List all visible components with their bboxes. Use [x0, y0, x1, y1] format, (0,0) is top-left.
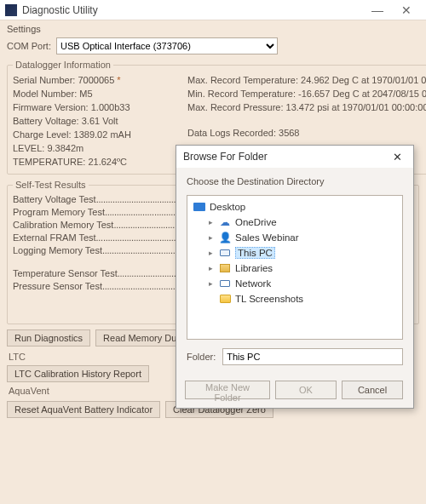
tree-this-pc[interactable]: ▸ This PC	[191, 245, 399, 261]
temp-value: 21.624ºC	[88, 157, 127, 167]
comport-select[interactable]: USB Optical Interface (373706)	[56, 37, 278, 54]
test-program: Program Memory Test	[13, 207, 105, 217]
test-presssens: Pressure Sensor Test	[13, 281, 102, 291]
folder-input[interactable]	[222, 348, 403, 365]
fw-value: 1.000b33	[91, 102, 130, 112]
model-label: Model Number:	[13, 89, 79, 99]
tree-desktop[interactable]: Desktop	[191, 199, 399, 215]
menu-settings[interactable]: Settings	[7, 24, 41, 34]
tree-sales-webinar[interactable]: ▸ 👤 Sales Webinar	[191, 230, 399, 245]
libraries-icon	[220, 264, 230, 272]
reset-aquavent-battery-button[interactable]: Reset AquaVent Battery Indicator	[7, 401, 160, 418]
charge-value: 1389.02 mAH	[74, 129, 131, 140]
folder-tree[interactable]: Desktop ▸ ☁ OneDrive ▸ 👤 Sales Webinar ▸…	[187, 195, 403, 340]
test-logmem: Logging Memory Test	[13, 245, 102, 255]
tree-onedrive[interactable]: ▸ ☁ OneDrive	[191, 215, 399, 230]
make-new-folder-button[interactable]: Make New Folder	[185, 381, 270, 399]
tree-tl-screenshots[interactable]: TL Screenshots	[191, 291, 399, 306]
fw-label: Firmware Version:	[13, 102, 91, 112]
expand-icon[interactable]: ▸	[206, 264, 215, 272]
comport-row: COM Port: USB Optical Interface (373706)	[7, 37, 419, 54]
pc-icon	[220, 249, 230, 256]
selftest-legend: Self-Test Results	[13, 180, 89, 190]
serial-value: 7000065	[78, 75, 114, 85]
folder-icon	[220, 295, 231, 303]
cloud-icon: ☁	[218, 216, 232, 228]
window-title: Diagnostic Utility	[22, 4, 363, 16]
test-calib: Calibration Memory Test	[13, 220, 113, 230]
level-label: LEVEL:	[13, 143, 47, 153]
serial-star: *	[117, 75, 120, 85]
mint-label: Min. Record Temperature:	[187, 89, 298, 99]
batt-value: 3.61 Volt	[82, 116, 118, 126]
dialog-titlebar: Browse For Folder ✕	[176, 146, 413, 168]
cancel-button[interactable]: Cancel	[342, 381, 403, 399]
ltc-calibration-report-button[interactable]: LTC Calibration History Report	[7, 365, 149, 382]
menu-bar: Settings	[7, 24, 419, 34]
temp-label: TEMPERATURE:	[13, 157, 88, 167]
comport-label: COM Port:	[7, 41, 51, 51]
expand-icon[interactable]: ▸	[206, 233, 215, 242]
maxp-label: Max. Record Pressure:	[187, 102, 286, 112]
level-value: 9.3842m	[47, 143, 83, 153]
maxt-label: Max. Record Temperature:	[187, 75, 301, 85]
folder-label: Folder:	[187, 352, 216, 362]
dialog-message: Choose the Destination Directory	[187, 176, 403, 186]
logs-label: Data Logs Recorded:	[187, 128, 279, 138]
expand-icon[interactable]: ▸	[206, 279, 215, 288]
dialog-close-button[interactable]: ✕	[388, 151, 406, 163]
logs-value: 3568	[279, 128, 299, 138]
tree-network[interactable]: ▸ Network	[191, 276, 399, 291]
model-value: M5	[79, 89, 92, 99]
ok-button[interactable]: OK	[275, 381, 337, 399]
browse-folder-dialog: Browse For Folder ✕ Choose the Destinati…	[176, 145, 414, 409]
user-icon: 👤	[218, 232, 232, 243]
test-fram: External FRAM Test	[13, 232, 96, 243]
window-minimize-button[interactable]: —	[363, 0, 392, 20]
serial-label: Serial Number:	[13, 75, 78, 85]
test-battery: Battery Voltage Test	[13, 194, 96, 204]
expand-icon[interactable]: ▸	[206, 218, 215, 226]
maxp-value: 13.472 psi at 1970/01/01 00:00:00	[286, 102, 426, 112]
app-icon	[5, 4, 17, 16]
window-close-button[interactable]: ✕	[392, 0, 421, 20]
network-icon	[220, 280, 230, 287]
dialog-title: Browse For Folder	[183, 151, 388, 163]
charge-label: Charge Level:	[13, 129, 74, 140]
datalogger-info-legend: Datalogger Information	[13, 60, 113, 70]
expand-icon[interactable]: ▸	[206, 249, 215, 257]
run-diagnostics-button[interactable]: Run Diagnostics	[7, 329, 90, 346]
batt-label: Battery Voltage:	[13, 116, 82, 126]
tree-libraries[interactable]: ▸ Libraries	[191, 261, 399, 276]
mint-value: -16.657 Deg C at 2047/08/15 09:18:56	[298, 89, 426, 99]
test-tempsens: Temperature Sensor Test	[13, 268, 118, 278]
maxt-value: 24.962 Deg C at 1970/01/01 00:00:00	[301, 75, 426, 85]
desktop-icon	[193, 203, 205, 211]
window-titlebar: Diagnostic Utility — ✕	[0, 0, 426, 20]
